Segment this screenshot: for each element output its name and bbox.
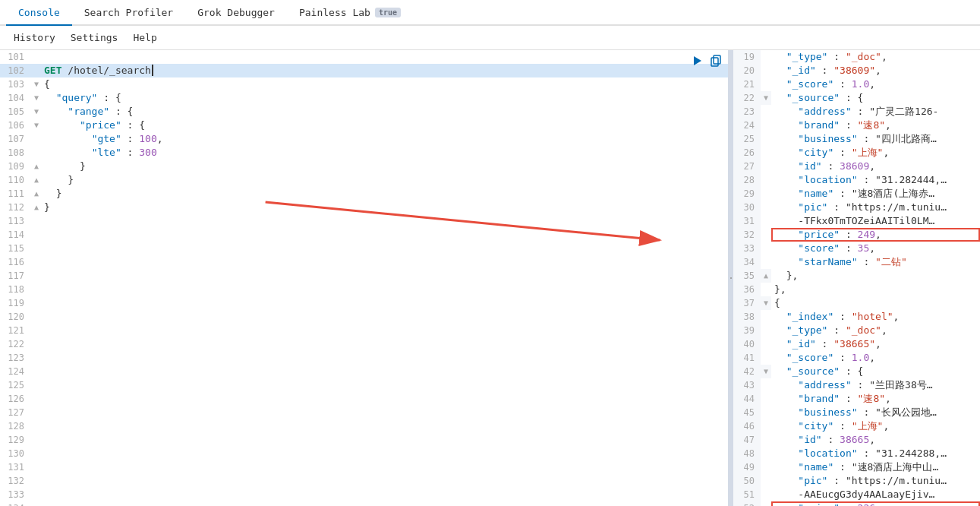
result-line-number: 19 (733, 50, 761, 64)
tab-painless-lab[interactable]: Painless Lab true (287, 0, 413, 26)
result-line-42: 42▼ "_source" : { (733, 365, 980, 378)
line-gutter[interactable]: ▲ (30, 173, 43, 187)
result-line-number: 23 (733, 105, 761, 119)
line-gutter[interactable]: ▲ (30, 160, 43, 173)
result-content: "_type" : "_doc", (771, 50, 980, 64)
editor-line-105: 105▼ "range" : { (0, 105, 728, 119)
line-number: 129 (0, 433, 30, 447)
editor-line-115: 115 (0, 242, 728, 255)
result-content: "business" : "四川北路商… (771, 132, 980, 146)
editor-line-124: 124 (0, 365, 728, 378)
result-line-28: 28 "location" : "31.282444,… (733, 173, 980, 187)
result-content: "price" : 226, (771, 501, 980, 506)
line-number: 118 (0, 283, 30, 296)
results-panel[interactable]: 19 "_type" : "_doc",20 "_id" : "38609",2… (733, 50, 980, 506)
line-number: 123 (0, 351, 30, 365)
line-number: 130 (0, 447, 30, 460)
menu-help[interactable]: Help (125, 26, 164, 50)
result-content: -TFkx0TmTOZeiAAITil0LM… (771, 214, 980, 228)
result-content: "location" : "31.244288,… (771, 447, 980, 460)
result-gutter[interactable]: ▼ (761, 365, 771, 378)
result-gutter[interactable]: ▼ (761, 91, 771, 105)
editor-panel: 101102GET /hotel/_search103▼{104▼ "query… (0, 50, 729, 506)
line-number: 104 (0, 91, 30, 105)
tab-grok-debugger[interactable]: Grok Debugger (185, 0, 287, 26)
result-line-26: 26 "city" : "上海", (733, 146, 980, 160)
line-number: 122 (0, 337, 30, 351)
result-line-number: 27 (733, 160, 761, 173)
line-number: 102 (0, 64, 30, 77)
result-content: "_source" : { (771, 91, 980, 105)
top-nav: Console Search Profiler Grok Debugger Pa… (0, 0, 980, 26)
editor-line-107: 107 "gte" : 100, (0, 132, 728, 146)
result-content: "brand" : "速8", (771, 392, 980, 406)
result-content: "starName" : "二钻" (771, 255, 980, 269)
result-line-number: 46 (733, 419, 761, 433)
line-number: 124 (0, 365, 30, 378)
result-content: "id" : 38665, (771, 433, 980, 447)
result-line-number: 43 (733, 378, 761, 392)
result-content: }, (771, 283, 980, 296)
result-content: "_index" : "hotel", (771, 310, 980, 324)
result-line-number: 28 (733, 173, 761, 187)
result-gutter[interactable]: ▲ (761, 269, 771, 283)
result-line-number: 47 (733, 433, 761, 447)
result-line-23: 23 "address" : "广灵二路126- (733, 105, 980, 119)
editor-line-120: 120 (0, 310, 728, 324)
tab-search-profiler[interactable]: Search Profiler (72, 0, 185, 26)
line-number: 116 (0, 255, 30, 269)
line-number: 128 (0, 419, 30, 433)
result-content: "address" : "广灵二路126- (771, 105, 980, 119)
result-content: -AAEucgG3dy4AALaayEjiv… (771, 488, 980, 501)
result-line-number: 44 (733, 392, 761, 406)
result-content: "id" : 38609, (771, 160, 980, 173)
svg-rect-2 (714, 55, 720, 64)
line-number: 103 (0, 77, 30, 91)
editor-line-106: 106▼ "price" : { (0, 119, 728, 132)
line-content: } (43, 201, 728, 214)
line-gutter[interactable]: ▼ (30, 105, 43, 119)
line-gutter[interactable]: ▲ (30, 187, 43, 201)
line-number: 133 (0, 488, 30, 501)
result-line-number: 20 (733, 64, 761, 77)
code-editor[interactable]: 101102GET /hotel/_search103▼{104▼ "query… (0, 50, 728, 506)
line-content: } (43, 173, 728, 187)
line-number: 121 (0, 324, 30, 337)
editor-line-101: 101 (0, 50, 728, 64)
line-content: "gte" : 100, (43, 132, 728, 146)
line-gutter[interactable]: ▼ (30, 119, 43, 132)
result-line-number: 40 (733, 337, 761, 351)
editor-line-134: 134 (0, 501, 728, 506)
run-button[interactable] (690, 53, 705, 68)
result-line-40: 40 "_id" : "38665", (733, 337, 980, 351)
editor-line-130: 130 (0, 447, 728, 460)
result-line-43: 43 "address" : "兰田路38号… (733, 378, 980, 392)
beta-badge: true (375, 8, 401, 17)
result-line-49: 49 "name" : "速8酒店上海中山… (733, 460, 980, 474)
line-content: "range" : { (43, 105, 728, 119)
result-line-number: 26 (733, 146, 761, 160)
result-line-number: 32 (733, 228, 761, 242)
result-line-number: 42 (733, 365, 761, 378)
line-number: 126 (0, 392, 30, 406)
result-content: "brand" : "速8", (771, 119, 980, 132)
editor-line-114: 114 (0, 228, 728, 242)
result-content: "business" : "长风公园地… (771, 406, 980, 419)
result-content: "price" : 249, (771, 228, 980, 242)
line-gutter[interactable]: ▲ (30, 201, 43, 214)
result-line-number: 24 (733, 119, 761, 132)
editor-line-123: 123 (0, 351, 728, 365)
result-content: "city" : "上海", (771, 419, 980, 433)
line-gutter[interactable]: ▼ (30, 77, 43, 91)
line-gutter[interactable]: ▼ (30, 91, 43, 105)
result-line-36: 36}, (733, 283, 980, 296)
copy-button[interactable] (708, 53, 723, 68)
result-line-34: 34 "starName" : "二钻" (733, 255, 980, 269)
result-line-number: 33 (733, 242, 761, 255)
menu-history[interactable]: History (6, 26, 63, 50)
tab-console[interactable]: Console (6, 0, 72, 26)
result-gutter[interactable]: ▼ (761, 296, 771, 310)
result-line-30: 30 "pic" : "https://m.tuniu… (733, 201, 980, 214)
result-line-number: 21 (733, 77, 761, 91)
menu-settings[interactable]: Settings (63, 26, 126, 50)
